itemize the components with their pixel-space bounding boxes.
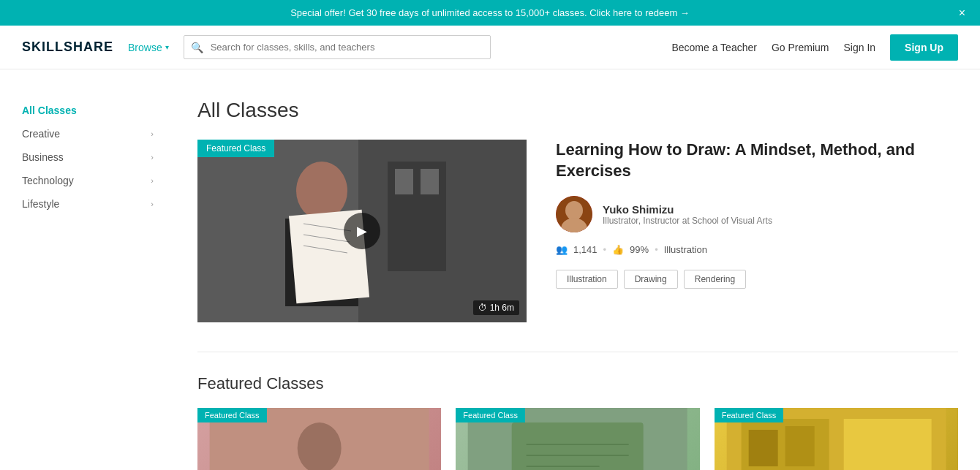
browse-label: Browse bbox=[128, 42, 162, 53]
tags-container: Illustration Drawing Rendering bbox=[556, 270, 958, 289]
dot-separator-2: • bbox=[655, 244, 658, 255]
sidebar-item-label: Creative bbox=[22, 128, 60, 140]
featured-badge: Featured Class bbox=[197, 140, 274, 157]
featured-cards-row: Featured Class Featured Class Fe bbox=[197, 408, 958, 470]
rating: 99% bbox=[630, 244, 649, 255]
sidebar-item-technology[interactable]: Technology › bbox=[22, 169, 154, 192]
become-teacher-link[interactable]: Become a Teacher bbox=[671, 42, 756, 53]
svg-rect-24 bbox=[843, 419, 931, 470]
svg-rect-18 bbox=[512, 422, 644, 470]
sign-up-button[interactable]: Sign Up bbox=[890, 34, 958, 61]
header: SKILLSHARE Browse ▾ 🔍 Become a Teacher G… bbox=[0, 26, 980, 69]
tag-drawing[interactable]: Drawing bbox=[624, 270, 678, 289]
play-button[interactable]: ▶ bbox=[344, 213, 380, 249]
go-premium-link[interactable]: Go Premium bbox=[772, 42, 829, 53]
class-card-1[interactable]: Featured Class bbox=[197, 408, 441, 470]
sidebar-item-label: All Classes bbox=[22, 105, 77, 116]
page-title: All Classes bbox=[197, 99, 958, 122]
sidebar-item-business[interactable]: Business › bbox=[22, 145, 154, 169]
sign-in-link[interactable]: Sign In bbox=[844, 42, 876, 53]
category-label: Illustration bbox=[664, 244, 707, 255]
search-input[interactable] bbox=[184, 35, 491, 59]
search-wrapper: 🔍 bbox=[184, 35, 491, 59]
banner-close-button[interactable]: × bbox=[959, 7, 965, 20]
duration-text: 1h 6m bbox=[490, 303, 514, 313]
sidebar-item-label: Business bbox=[22, 151, 64, 163]
chevron-down-icon: ▾ bbox=[165, 43, 169, 51]
sidebar-item-label: Lifestyle bbox=[22, 198, 59, 210]
dot-separator: • bbox=[603, 244, 607, 255]
svg-rect-25 bbox=[748, 430, 777, 466]
avatar-image bbox=[556, 196, 592, 232]
card-badge-2: Featured Class bbox=[456, 408, 525, 422]
svg-point-12 bbox=[565, 201, 583, 220]
search-icon: 🔍 bbox=[191, 42, 203, 53]
thumbnail-overlay: ▶ bbox=[197, 140, 527, 322]
class-info: Learning How to Draw: A Mindset, Method,… bbox=[556, 140, 958, 322]
thumbs-up-icon: 👍 bbox=[612, 244, 624, 255]
browse-button[interactable]: Browse ▾ bbox=[128, 42, 169, 53]
sidebar-item-all-classes[interactable]: All Classes bbox=[22, 99, 154, 122]
teacher-name[interactable]: Yuko Shimizu bbox=[603, 203, 772, 216]
featured-classes-title: Featured Classes bbox=[197, 374, 958, 393]
logo[interactable]: SKILLSHARE bbox=[22, 39, 113, 55]
students-count: 1,141 bbox=[573, 244, 598, 255]
teacher-details: Yuko Shimizu Illustrator, Instructor at … bbox=[603, 203, 772, 226]
card-badge-3: Featured Class bbox=[715, 408, 784, 422]
section-divider bbox=[197, 352, 958, 352]
promo-banner: Special offer! Get 30 free days of unlim… bbox=[0, 0, 980, 26]
featured-thumbnail[interactable]: Featured Class bbox=[197, 140, 527, 322]
main-layout: All Classes Creative › Business › Techno… bbox=[0, 69, 980, 470]
tag-rendering[interactable]: Rendering bbox=[684, 270, 746, 289]
svg-rect-26 bbox=[785, 426, 814, 466]
chevron-right-icon: › bbox=[151, 200, 154, 208]
students-icon: 👥 bbox=[556, 244, 568, 255]
sidebar-item-creative[interactable]: Creative › bbox=[22, 122, 154, 145]
featured-class-card: Featured Class bbox=[197, 140, 958, 322]
class-card-3[interactable]: Featured Class bbox=[715, 408, 958, 470]
sidebar-item-label: Technology bbox=[22, 175, 74, 186]
teacher-role: Illustrator, Instructor at School of Vis… bbox=[603, 216, 772, 226]
sidebar: All Classes Creative › Business › Techno… bbox=[0, 69, 176, 470]
main-content: All Classes Featured Class bbox=[176, 69, 980, 470]
chevron-right-icon: › bbox=[151, 129, 154, 138]
avatar bbox=[556, 196, 592, 232]
header-nav: Become a Teacher Go Premium Sign In Sign… bbox=[671, 34, 958, 61]
chevron-right-icon: › bbox=[151, 176, 154, 185]
teacher-row: Yuko Shimizu Illustrator, Instructor at … bbox=[556, 196, 958, 232]
stats-row: 👥 1,141 • 👍 99% • Illustration bbox=[556, 244, 958, 255]
duration-badge: ⏱ 1h 6m bbox=[473, 300, 519, 315]
tag-illustration[interactable]: Illustration bbox=[556, 270, 618, 289]
clock-icon: ⏱ bbox=[478, 303, 487, 313]
card-badge-1: Featured Class bbox=[197, 408, 267, 422]
class-card-2[interactable]: Featured Class bbox=[456, 408, 699, 470]
chevron-right-icon: › bbox=[151, 153, 154, 162]
banner-text[interactable]: Special offer! Get 30 free days of unlim… bbox=[290, 7, 690, 18]
sidebar-item-lifestyle[interactable]: Lifestyle › bbox=[22, 192, 154, 216]
class-title: Learning How to Draw: A Mindset, Method,… bbox=[556, 140, 958, 181]
